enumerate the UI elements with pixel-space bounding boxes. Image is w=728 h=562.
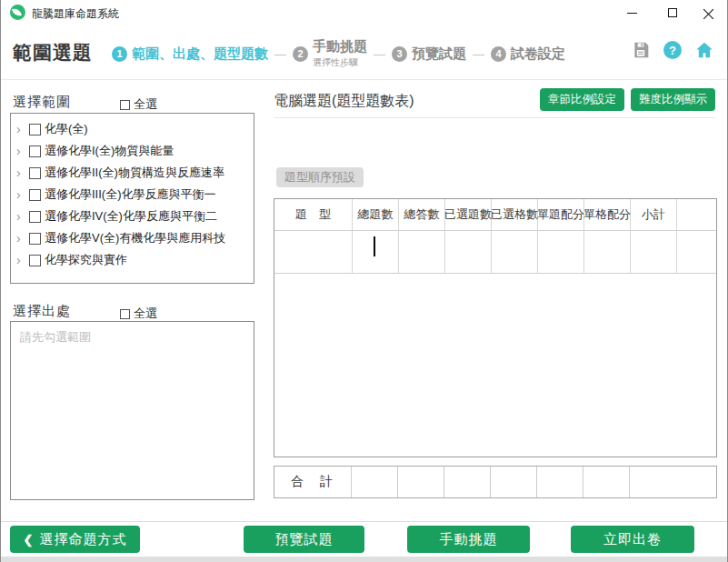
- preview-button-label: 預覽試題: [275, 531, 334, 548]
- col-header-total-answers: 總答數: [399, 199, 445, 231]
- chevron-right-icon[interactable]: [16, 254, 29, 266]
- checkbox-icon[interactable]: [29, 146, 41, 157]
- tree-item-chem-inquiry[interactable]: 化學探究與實作: [16, 249, 254, 271]
- preview-questions-button[interactable]: 預覽試題: [244, 526, 364, 553]
- back-to-method-button[interactable]: 選擇命題方式: [10, 526, 140, 553]
- chevron-right-icon[interactable]: [16, 145, 29, 157]
- app-logo-icon: [10, 5, 25, 20]
- app-window: 龍騰題庫命題系統 範圍選題 1 範圍、出處、題型題數 2 手動挑題 選擇性步驟 …: [0, 0, 728, 562]
- source-list[interactable]: 請先勾選範圍: [10, 321, 254, 500]
- computer-selection-title: 電腦選題(題型題數表): [274, 92, 414, 111]
- help-button[interactable]: [663, 40, 683, 60]
- total-cell: [630, 467, 716, 497]
- cell-selected-blanks[interactable]: [492, 231, 538, 274]
- cell-total-questions[interactable]: [353, 231, 399, 274]
- range-tree: 化學(全) 選修化學I(全)物質與能量 選修化學II(全)物質構造與反應速率 選…: [10, 113, 254, 284]
- cell-points-per-blank[interactable]: [584, 231, 631, 274]
- close-icon: [703, 7, 714, 18]
- step-1-badge: 1: [112, 46, 127, 62]
- checkbox-icon[interactable]: [29, 189, 41, 201]
- source-placeholder: 請先勾選範圍: [20, 329, 244, 346]
- manual-button-label: 手動挑題: [440, 531, 498, 548]
- checkbox-icon[interactable]: [29, 233, 41, 245]
- step-separator: [374, 47, 385, 61]
- step-1[interactable]: 1 範圍、出處、題型題數: [112, 45, 268, 63]
- generate-button-label: 立即出卷: [603, 531, 662, 548]
- page-title: 範圍選題: [13, 40, 93, 65]
- help-icon: [663, 41, 682, 59]
- source-select-all-label: 全選: [134, 306, 157, 322]
- manual-pick-button[interactable]: 手動挑題: [407, 526, 530, 553]
- table-row[interactable]: [274, 231, 716, 274]
- step-4-badge: 4: [491, 46, 506, 62]
- chapter-ratio-button[interactable]: 章節比例設定: [540, 88, 624, 111]
- save-icon: [632, 41, 650, 59]
- step-3[interactable]: 3 預覽試題: [392, 45, 466, 63]
- step-3-label: 預覽試題: [412, 45, 466, 63]
- chevron-right-icon[interactable]: [16, 166, 29, 179]
- col-header-empty: [677, 199, 716, 231]
- tree-item-chem-5[interactable]: 選修化學V(全)有機化學與應用科技: [16, 227, 254, 249]
- tree-item-chem-1[interactable]: 選修化學I(全)物質與能量: [16, 140, 254, 162]
- type-order-preset-chip[interactable]: 題型順序預設: [276, 167, 364, 187]
- total-cell: [444, 467, 491, 497]
- checkbox-icon[interactable]: [29, 211, 41, 223]
- checkbox-icon[interactable]: [120, 309, 130, 319]
- tree-item-label: 選修化學III(全)化學反應與平衡一: [45, 186, 216, 203]
- cell-subtotal[interactable]: [631, 231, 677, 274]
- tree-item-chem-3[interactable]: 選修化學III(全)化學反應與平衡一: [16, 184, 254, 206]
- source-section-title: 選擇出處: [13, 303, 71, 320]
- cell-type[interactable]: [274, 231, 353, 274]
- save-button[interactable]: [631, 40, 651, 60]
- step-separator: [274, 47, 286, 61]
- page-header: 範圍選題 1 範圍、出處、題型題數 2 手動挑題 選擇性步驟 3 預覽試題 4: [1, 25, 727, 80]
- tree-item-label: 化學探究與實作: [45, 252, 127, 268]
- generate-paper-button[interactable]: 立即出卷: [571, 526, 694, 553]
- step-4[interactable]: 4 試卷設定: [491, 45, 565, 63]
- text-cursor: [374, 236, 375, 256]
- range-select-all[interactable]: 全選: [120, 96, 157, 113]
- home-icon: [694, 40, 714, 60]
- col-header-selected-blanks: 已選格數: [492, 199, 538, 231]
- tree-item-label: 選修化學V(全)有機化學與應用科技: [45, 230, 225, 246]
- step-2[interactable]: 2 手動挑題 選擇性步驟: [293, 38, 367, 69]
- chevron-right-icon[interactable]: [16, 232, 29, 245]
- tree-item-label: 選修化學IV(全)化學反應與平衡二: [45, 208, 217, 225]
- checkbox-icon[interactable]: [29, 255, 41, 266]
- footer-divider: [1, 521, 727, 522]
- chevron-right-icon[interactable]: [16, 123, 29, 135]
- cell-points-per-question[interactable]: [538, 231, 584, 274]
- cell-total-answers[interactable]: [399, 231, 445, 274]
- table-header-row: 題 型 總題數 總答數 已選題數 已選格數 單題配分 單格配分 小計: [274, 199, 716, 231]
- range-select-all-label: 全選: [134, 96, 157, 113]
- tree-item-chem-2[interactable]: 選修化學II(全)物質構造與反應速率: [16, 162, 254, 184]
- checkbox-icon[interactable]: [120, 100, 130, 110]
- checkbox-icon[interactable]: [29, 167, 41, 179]
- range-section-title: 選擇範圍: [13, 94, 71, 111]
- chevron-left-icon: [24, 533, 35, 547]
- step-2-sublabel: 選擇性步驟: [313, 56, 367, 69]
- chevron-right-icon[interactable]: [16, 210, 29, 223]
- cell-selected-questions[interactable]: [445, 231, 492, 274]
- tree-item-label: 選修化學I(全)物質與能量: [45, 143, 174, 159]
- stepper: 1 範圍、出處、題型題數 2 手動挑題 選擇性步驟 3 預覽試題 4 試卷設定: [112, 38, 565, 69]
- chevron-right-icon[interactable]: [16, 188, 29, 201]
- difficulty-ratio-button[interactable]: 難度比例顯示: [631, 88, 715, 111]
- col-header-total-questions: 總題數: [353, 199, 399, 231]
- col-header-selected-questions: 已選題數: [445, 199, 492, 231]
- source-select-all[interactable]: 全選: [120, 306, 157, 322]
- cell-empty: [677, 231, 716, 274]
- col-header-subtotal: 小計: [631, 199, 677, 231]
- minimize-button[interactable]: [618, 0, 645, 25]
- tree-item-chem-all[interactable]: 化學(全): [16, 118, 254, 140]
- tree-item-chem-4[interactable]: 選修化學IV(全)化學反應與平衡二: [16, 206, 254, 227]
- col-header-points-per-question: 單題配分: [538, 199, 584, 231]
- home-button[interactable]: [694, 40, 714, 60]
- maximize-button[interactable]: [659, 0, 686, 25]
- tree-item-label: 化學(全): [45, 121, 88, 137]
- total-cell: [537, 467, 583, 497]
- close-button[interactable]: [695, 0, 723, 25]
- checkbox-icon[interactable]: [29, 124, 41, 135]
- maximize-icon: [668, 8, 677, 17]
- total-cell: [398, 467, 444, 497]
